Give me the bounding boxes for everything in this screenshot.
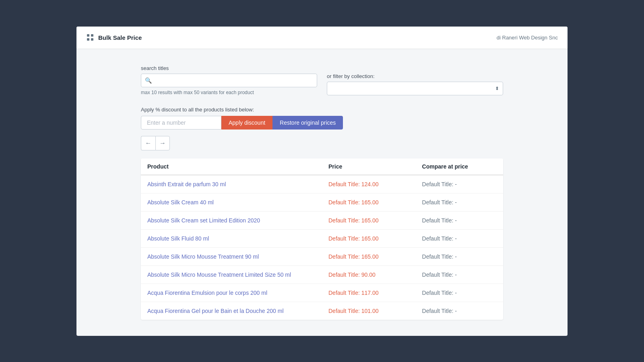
- apply-discount-button[interactable]: Apply discount: [221, 116, 272, 130]
- column-product: Product: [141, 158, 322, 175]
- search-icon: 🔍: [145, 77, 152, 84]
- product-name-cell: Absolute Silk Fluid 80 ml: [141, 229, 322, 247]
- compare-price-cell: Default Title: -: [416, 175, 503, 193]
- collection-select[interactable]: [327, 82, 503, 95]
- discount-input[interactable]: [141, 116, 221, 130]
- search-input[interactable]: [141, 74, 317, 87]
- compare-price-cell: Default Title: -: [416, 265, 503, 284]
- compare-price-cell: Default Title: -: [416, 193, 503, 211]
- filter-label: or filter by collection:: [327, 73, 503, 79]
- price-cell: Default Title: 165.00: [322, 229, 416, 247]
- header-subtitle: di Raneri Web Design Snc: [497, 35, 558, 41]
- header: Bulk Sale Price di Raneri Web Design Snc: [76, 27, 568, 49]
- prev-page-button[interactable]: ←: [141, 136, 155, 150]
- content: search titles 🔍 max 10 results with max …: [76, 49, 568, 336]
- product-name-cell: Absolute Silk Micro Mousse Treatment 90 …: [141, 247, 322, 265]
- product-name-cell: Absinth Extrait de parfum 30 ml: [141, 175, 322, 193]
- product-name-cell: Acqua Fiorentina Emulsion pour le corps …: [141, 284, 322, 302]
- discount-row: Apply discount Restore original prices: [141, 116, 503, 130]
- table-row: Absolute Silk Fluid 80 mlDefault Title: …: [141, 229, 503, 247]
- next-page-button[interactable]: →: [155, 136, 170, 150]
- svg-rect-1: [91, 34, 93, 37]
- price-cell: Default Title: 124.00: [322, 175, 416, 193]
- column-price: Price: [322, 158, 416, 175]
- price-cell: Default Title: 101.00: [322, 302, 416, 320]
- search-label: search titles: [141, 65, 317, 71]
- table-row: Absolute Silk Micro Mousse Treatment 90 …: [141, 247, 503, 265]
- product-name-cell: Acqua Fiorentina Gel pour le Bain et la …: [141, 302, 322, 320]
- svg-rect-2: [87, 38, 89, 41]
- compare-price-cell: Default Title: -: [416, 229, 503, 247]
- discount-label: Apply % discount to all the products lis…: [141, 107, 503, 113]
- compare-price-cell: Default Title: -: [416, 211, 503, 229]
- products-table: Product Price Compare at price Absinth E…: [141, 158, 503, 320]
- price-cell: Default Title: 117.00: [322, 284, 416, 302]
- price-cell: Default Title: 165.00: [322, 211, 416, 229]
- product-name-cell: Absolute Silk Cream 40 ml: [141, 193, 322, 211]
- price-cell: Default Title: 165.00: [322, 193, 416, 211]
- search-filter-row: search titles 🔍 max 10 results with max …: [141, 65, 503, 95]
- search-input-wrapper: 🔍: [141, 74, 317, 87]
- product-name-cell: Absolute Silk Cream set Limited Edition …: [141, 211, 322, 229]
- search-hint: max 10 results with max 50 variants for …: [141, 90, 317, 95]
- restore-prices-button[interactable]: Restore original prices: [272, 116, 343, 130]
- table-row: Absolute Silk Cream 40 mlDefault Title: …: [141, 193, 503, 211]
- app-title: Bulk Sale Price: [98, 34, 142, 41]
- compare-price-cell: Default Title: -: [416, 302, 503, 320]
- main-card: Bulk Sale Price di Raneri Web Design Snc…: [76, 27, 568, 336]
- pagination-nav: ← →: [141, 136, 503, 150]
- column-compare: Compare at price: [416, 158, 503, 175]
- svg-rect-0: [87, 34, 89, 37]
- grid-icon: [86, 33, 94, 41]
- discount-section: Apply % discount to all the products lis…: [141, 107, 503, 130]
- svg-rect-3: [91, 38, 93, 41]
- table-row: Absinth Extrait de parfum 30 mlDefault T…: [141, 175, 503, 193]
- table-row: Acqua Fiorentina Emulsion pour le corps …: [141, 284, 503, 302]
- table-header-row: Product Price Compare at price: [141, 158, 503, 175]
- compare-price-cell: Default Title: -: [416, 247, 503, 265]
- header-left: Bulk Sale Price: [86, 33, 142, 41]
- compare-price-cell: Default Title: -: [416, 284, 503, 302]
- price-cell: Default Title: 90.00: [322, 265, 416, 284]
- product-name-cell: Absolute Silk Micro Mousse Treatment Lim…: [141, 265, 322, 284]
- table-row: Acqua Fiorentina Gel pour le Bain et la …: [141, 302, 503, 320]
- price-cell: Default Title: 165.00: [322, 247, 416, 265]
- filter-group: or filter by collection: ⬍: [327, 73, 503, 95]
- search-group: search titles 🔍 max 10 results with max …: [141, 65, 317, 95]
- table-row: Absolute Silk Micro Mousse Treatment Lim…: [141, 265, 503, 284]
- collection-select-wrapper: ⬍: [327, 82, 503, 95]
- table-row: Absolute Silk Cream set Limited Edition …: [141, 211, 503, 229]
